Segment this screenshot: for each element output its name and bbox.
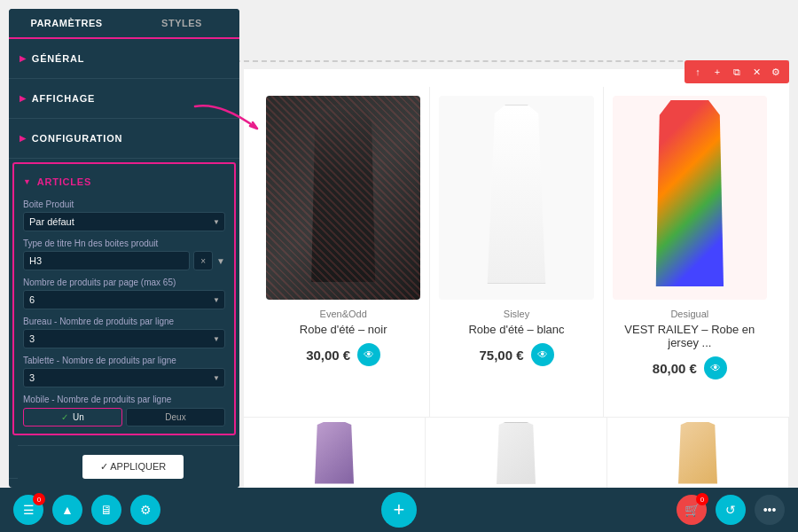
mobile-toggle-row: ✓ Un Deux <box>23 408 225 426</box>
section-configuration: ▶ CONFIGURATION <box>9 119 239 159</box>
nb-produits-select[interactable]: 6 <box>23 290 225 309</box>
arrow-icon-general: ▶ <box>20 54 27 63</box>
section-header-configuration[interactable]: ▶ CONFIGURATION <box>20 128 229 149</box>
section-header-affichage[interactable]: ▶ AFFICHAGE <box>20 88 229 109</box>
toolbar-undo-button[interactable]: ↺ <box>716 495 746 525</box>
tablette-select[interactable]: 3 <box>23 368 225 387</box>
mobile-deux-button[interactable]: Deux <box>126 408 225 426</box>
product-eye-button-2[interactable]: 👁 <box>531 343 554 366</box>
toolbar-copy-button[interactable]: ⧉ <box>729 64 745 80</box>
product-name-2: Robe d'été – blanc <box>468 323 564 336</box>
product-card-3: Desigual VEST RAILEY – Robe en jersey ..… <box>604 87 776 470</box>
checkmark-icon: ✓ <box>61 412 68 422</box>
section-label-general: GÉNÉRAL <box>32 53 84 64</box>
tablette-wrapper: 3 <box>23 368 225 387</box>
sidebar: PARAMÈTRES STYLES ▶ GÉNÉRAL ▶ AFFICHAGE <box>9 9 239 488</box>
apply-bar: ✓ APPLIQUER <box>18 445 239 488</box>
product-image-2 <box>439 96 593 300</box>
screen: PARAMÈTRES STYLES ▶ GÉNÉRAL ▶ AFFICHAGE <box>0 0 798 532</box>
boite-produit-label: Boite Produit <box>23 200 225 209</box>
product-name-3: VEST RAILEY – Robe en jersey ... <box>613 323 767 349</box>
top-toolbar: ↑ + ⧉ ✕ ⚙ <box>685 60 789 83</box>
product-eye-button-1[interactable]: 👁 <box>357 343 380 366</box>
toolbar-settings-button[interactable]: ⚙ <box>768 64 784 80</box>
product-price-1: 30,00 € <box>306 348 350 363</box>
more-icon: ••• <box>763 503 777 517</box>
product-price-2: 75,00 € <box>479 348 523 363</box>
product-brand-1: Even&Odd <box>320 309 367 319</box>
bottom-right-tools: 🛒 0 ↺ ••• <box>677 495 785 525</box>
bottom-product-image-2 <box>492 422 541 484</box>
product-brand-3: Desigual <box>670 309 708 319</box>
mobile-un-button[interactable]: ✓ Un <box>23 408 122 426</box>
product-name-1: Robe d'été – noir <box>300 323 387 336</box>
bottom-product-3 <box>607 418 789 488</box>
menu-icon: ☰ <box>23 503 35 517</box>
bottom-product-2 <box>426 418 607 488</box>
nb-produits-label: Nombre de produits par page (max 65) <box>23 278 225 287</box>
gear-icon: ⚙ <box>140 503 152 517</box>
toolbar-triangle-button[interactable]: ▲ <box>52 495 82 525</box>
product-price-row-3: 80,00 € 👁 <box>653 356 727 379</box>
section-affichage: ▶ AFFICHAGE <box>9 79 239 119</box>
bottom-center-tools: + <box>381 492 417 528</box>
product-brand-2: Sisley <box>504 309 529 319</box>
toolbar-gear-button[interactable]: ⚙ <box>130 495 160 525</box>
toolbar-monitor-button[interactable]: 🖥 <box>91 495 121 525</box>
product-price-row-2: 75,00 € 👁 <box>479 343 553 366</box>
type-titre-arrow: ▼ <box>216 256 225 266</box>
undo-icon: ↺ <box>725 503 736 517</box>
add-button[interactable]: + <box>381 492 417 528</box>
cart-badge: 0 <box>696 493 708 505</box>
section-label-configuration: CONFIGURATION <box>32 133 122 144</box>
menu-badge: 0 <box>33 493 45 505</box>
arrow-icon-affichage: ▶ <box>20 94 27 103</box>
bottom-left-tools: ☰ 0 ▲ 🖥 ⚙ <box>13 495 160 525</box>
toolbar-delete-button[interactable]: ✕ <box>748 64 764 80</box>
section-general: ▶ GÉNÉRAL <box>9 39 239 79</box>
bureau-select[interactable]: 3 <box>23 329 225 348</box>
apply-label: ✓ APPLIQUER <box>100 461 166 473</box>
section-label-affichage: AFFICHAGE <box>32 93 95 104</box>
type-titre-row: × ▼ <box>23 251 225 270</box>
boite-produit-select[interactable]: Par défaut <box>23 212 225 231</box>
bottom-product-image-1 <box>310 422 359 484</box>
type-titre-input[interactable] <box>23 251 190 270</box>
product-price-3: 80,00 € <box>653 361 697 376</box>
sidebar-tabs: PARAMÈTRES STYLES <box>9 9 239 39</box>
tab-styles[interactable]: STYLES <box>124 9 239 37</box>
bottom-toolbar: ☰ 0 ▲ 🖥 ⚙ + 🛒 0 ↺ ••• <box>0 488 798 532</box>
tab-parametres[interactable]: PARAMÈTRES <box>9 9 124 39</box>
mobile-deux-label: Deux <box>165 412 185 422</box>
product-card-1: Even&Odd Robe d'été – noir 30,00 € 👁 <box>257 87 430 470</box>
mobile-label: Mobile - Nombre de produits par ligne <box>23 395 225 404</box>
bottom-product-image-3 <box>674 422 723 484</box>
section-header-general[interactable]: ▶ GÉNÉRAL <box>20 48 229 69</box>
apply-button[interactable]: ✓ APPLIQUER <box>82 455 184 479</box>
monitor-icon: 🖥 <box>100 503 113 517</box>
toolbar-up-button[interactable]: ↑ <box>690 64 706 80</box>
section-header-articles[interactable]: ▼ ARTICLES <box>23 171 225 192</box>
arrow-icon-articles: ▼ <box>23 177 32 186</box>
section-articles: ▼ ARTICLES Boite Produit Par défaut Type… <box>12 162 236 435</box>
product-price-row-1: 30,00 € 👁 <box>306 343 380 366</box>
product-card-2: Sisley Robe d'été – blanc 75,00 € 👁 <box>430 87 603 470</box>
arrow-icon-configuration: ▶ <box>20 134 27 143</box>
product-eye-button-3[interactable]: 👁 <box>704 356 727 379</box>
type-titre-label: Type de titre Hn des boites produit <box>23 239 225 248</box>
triangle-icon: ▲ <box>61 503 74 517</box>
bottom-product-1 <box>244 418 426 488</box>
type-titre-clear-button[interactable]: × <box>193 251 213 270</box>
toolbar-more-button[interactable]: ••• <box>755 495 785 525</box>
toolbar-cart-button[interactable]: 🛒 0 <box>677 495 707 525</box>
product-image-3 <box>613 96 767 300</box>
nb-produits-wrapper: 6 <box>23 290 225 309</box>
product-image-1 <box>266 96 420 300</box>
sidebar-body: ▶ GÉNÉRAL ▶ AFFICHAGE ▶ CONFIGURATION <box>9 39 239 488</box>
toolbar-add-button[interactable]: + <box>709 64 725 80</box>
boite-produit-wrapper: Par défaut <box>23 212 225 231</box>
toolbar-menu-button[interactable]: ☰ 0 <box>13 495 43 525</box>
bottom-products <box>244 417 789 488</box>
mobile-un-label: Un <box>73 412 84 422</box>
cart-icon: 🛒 <box>685 503 700 517</box>
